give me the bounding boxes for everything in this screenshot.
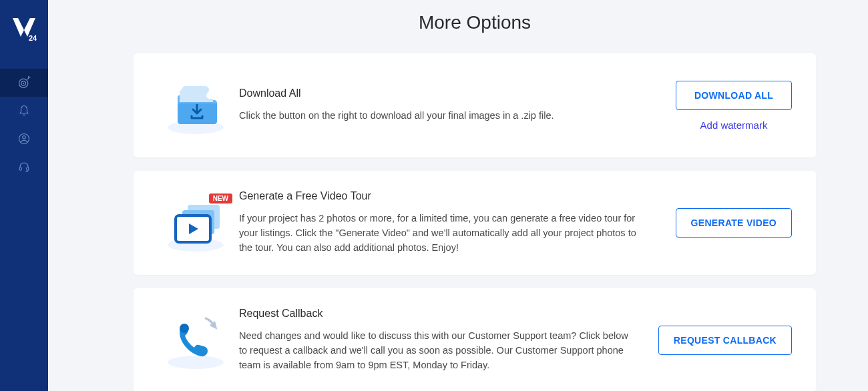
sidebar-item-support[interactable] [0, 153, 48, 181]
sidebar: 24 [0, 0, 48, 391]
generate-video-card: NEW Generate a Free Video Tour If your p… [134, 171, 816, 275]
svg-point-5 [23, 136, 26, 139]
user-circle-icon [18, 133, 30, 145]
logo-icon: 24 [9, 14, 39, 45]
page-title: More Options [134, 12, 816, 33]
video-title: Generate a Free Video Tour [239, 190, 649, 202]
download-all-card: Download All Click the button on the rig… [134, 53, 816, 157]
svg-rect-7 [27, 167, 29, 171]
video-content: Generate a Free Video Tour If your proje… [239, 190, 676, 255]
svg-point-13 [168, 356, 224, 369]
svg-point-3 [23, 83, 24, 84]
download-all-button[interactable]: DOWNLOAD ALL [676, 81, 792, 110]
request-callback-button[interactable]: REQUEST CALLBACK [658, 326, 792, 355]
video-illustration: NEW [152, 189, 239, 256]
sidebar-item-notifications[interactable] [0, 97, 48, 125]
target-icon [17, 76, 31, 89]
logo: 24 [8, 13, 40, 45]
generate-video-button[interactable]: GENERATE VIDEO [676, 208, 792, 238]
download-actions: DOWNLOAD ALL Add watermark [676, 81, 792, 131]
bell-icon [18, 105, 30, 117]
callback-illustration [152, 307, 239, 374]
main-content: More Options Download All Click the butt… [48, 0, 868, 391]
video-actions: GENERATE VIDEO [676, 208, 792, 238]
phone-callback-icon [162, 310, 229, 370]
svg-text:24: 24 [29, 34, 37, 42]
request-callback-card: Request Callback Need changes and would … [134, 288, 816, 391]
svg-point-14 [180, 324, 189, 333]
callback-content: Request Callback Need changes and would … [239, 308, 658, 372]
svg-rect-6 [19, 167, 21, 171]
download-description: Click the button on the right to downloa… [239, 109, 649, 123]
folder-download-icon [162, 75, 229, 135]
sidebar-item-target[interactable] [0, 69, 48, 97]
headset-icon [18, 161, 30, 173]
download-content: Download All Click the button on the rig… [239, 87, 676, 123]
callback-actions: REQUEST CALLBACK [658, 326, 792, 355]
callback-title: Request Callback [239, 308, 632, 320]
new-badge: NEW [209, 193, 232, 204]
add-watermark-link[interactable]: Add watermark [700, 119, 768, 131]
video-description: If your project has 2 photos or more, fo… [239, 212, 649, 255]
download-title: Download All [239, 87, 649, 99]
callback-description: Need changes and would like to discuss t… [239, 329, 632, 372]
sidebar-item-account[interactable] [0, 125, 48, 153]
download-illustration [152, 72, 239, 139]
